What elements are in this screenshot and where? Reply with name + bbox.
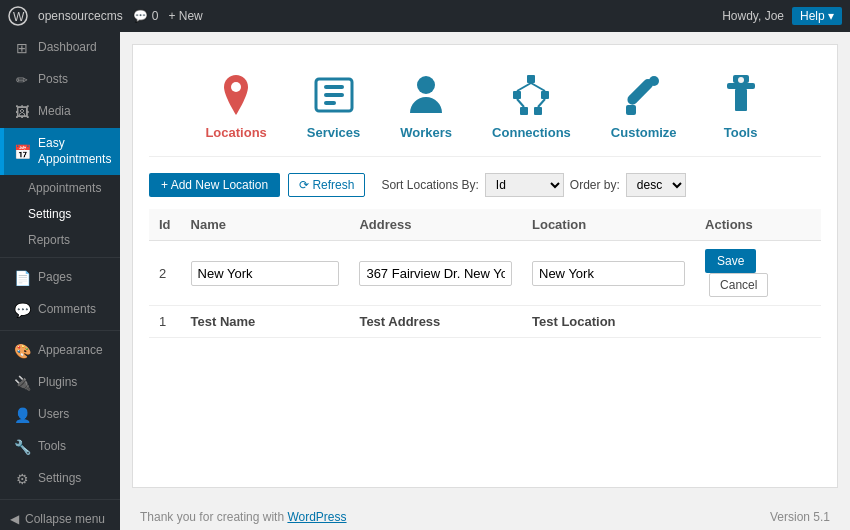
collapse-arrow-icon: ◀ — [10, 512, 19, 526]
user-greeting: Howdy, Joe — [722, 9, 784, 23]
svg-line-13 — [517, 83, 531, 91]
editing-row-address-cell — [349, 241, 522, 306]
services-icon — [310, 71, 358, 119]
col-header-address: Address — [349, 209, 522, 241]
easy-appointments-icon: 📅 — [14, 144, 30, 160]
comments-icon: 💬 — [14, 302, 30, 318]
sidebar-item-label: Dashboard — [38, 40, 97, 56]
editing-row-id: 2 — [149, 241, 181, 306]
svg-rect-6 — [324, 101, 336, 105]
nav-workers-label: Workers — [400, 125, 452, 140]
sidebar-item-comments[interactable]: 💬 Comments — [0, 294, 120, 326]
table-row[interactable]: 1 Test Name Test Address Test Location — [149, 306, 821, 338]
location-icon — [212, 71, 260, 119]
dashboard-icon: ⊞ — [14, 40, 30, 56]
svg-point-19 — [649, 76, 659, 86]
sidebar-item-easy-appointments[interactable]: 📅 Easy Appointments — [0, 128, 120, 175]
sidebar-item-posts[interactable]: ✏ Posts — [0, 64, 120, 96]
wordpress-link[interactable]: WordPress — [287, 510, 346, 524]
editing-row-name-cell — [181, 241, 350, 306]
appearance-icon: 🎨 — [14, 343, 30, 359]
add-new-location-button[interactable]: + Add New Location — [149, 173, 280, 197]
help-button[interactable]: Help ▾ — [792, 7, 842, 25]
editing-location-input[interactable] — [532, 261, 685, 286]
sidebar-item-settings[interactable]: ⚙ Settings — [0, 463, 120, 495]
nav-connections-label: Connections — [492, 125, 571, 140]
sidebar-item-media[interactable]: 🖼 Media — [0, 96, 120, 128]
svg-rect-22 — [735, 89, 747, 111]
wp-logo-icon[interactable]: W — [8, 6, 28, 26]
order-by-select[interactable]: desc asc — [626, 173, 686, 197]
svg-rect-21 — [727, 83, 755, 89]
order-by-label: Order by: — [570, 178, 620, 192]
svg-text:W: W — [13, 10, 25, 24]
nav-customize-label: Customize — [611, 125, 677, 140]
customize-icon — [620, 71, 668, 119]
nav-workers[interactable]: Workers — [400, 71, 452, 140]
svg-rect-11 — [520, 107, 528, 115]
sidebar-sub-reports[interactable]: Reports — [0, 227, 120, 253]
sidebar-item-label: Tools — [38, 439, 66, 455]
sidebar-item-plugins[interactable]: 🔌 Plugins — [0, 367, 120, 399]
nav-tools-label: Tools — [724, 125, 758, 140]
site-name[interactable]: opensourcecms — [38, 9, 123, 23]
col-header-id: Id — [149, 209, 181, 241]
sidebar-item-label: Pages — [38, 270, 72, 286]
plugin-wrap: Locations Services — [132, 44, 838, 488]
nav-locations[interactable]: Locations — [205, 71, 266, 140]
sidebar-item-label: Appearance — [38, 343, 103, 359]
sidebar-item-users[interactable]: 👤 Users — [0, 399, 120, 431]
sidebar-sub-settings[interactable]: Settings — [0, 201, 120, 227]
svg-point-23 — [738, 77, 744, 83]
settings-icon: ⚙ — [14, 471, 30, 487]
main-content: Locations Services — [120, 32, 850, 530]
editing-address-input[interactable] — [359, 261, 512, 286]
sidebar-item-label: Media — [38, 104, 71, 120]
collapse-menu-button[interactable]: ◀ Collapse menu — [0, 504, 120, 530]
new-content-link[interactable]: + New — [168, 9, 202, 23]
sidebar-item-label: Comments — [38, 302, 96, 318]
comment-bubble-icon: 💬 — [133, 9, 148, 23]
tools-icon: 🔧 — [14, 439, 30, 455]
table-header-row: Id Name Address Location Actions — [149, 209, 821, 241]
sort-by-select[interactable]: Id Name Address — [485, 173, 564, 197]
row-location: Test Location — [522, 306, 695, 338]
locations-table: Id Name Address Location Actions 2 — [149, 209, 821, 338]
page-footer: Thank you for creating with WordPress Ve… — [120, 500, 850, 530]
row-actions — [695, 306, 821, 338]
row-name: Test Name — [181, 306, 350, 338]
sidebar-item-label: Posts — [38, 72, 68, 88]
nav-connections[interactable]: Connections — [492, 71, 571, 140]
comments-link[interactable]: 💬 0 — [133, 9, 159, 23]
svg-point-2 — [231, 82, 241, 92]
posts-icon: ✏ — [14, 72, 30, 88]
users-icon: 👤 — [14, 407, 30, 423]
refresh-button[interactable]: ⟳ Refresh — [288, 173, 365, 197]
svg-point-7 — [417, 76, 435, 94]
editing-row-location-cell — [522, 241, 695, 306]
save-button[interactable]: Save — [705, 249, 756, 273]
svg-rect-4 — [324, 85, 344, 89]
sidebar-sub-appointments[interactable]: Appointments — [0, 175, 120, 201]
col-header-location: Location — [522, 209, 695, 241]
sort-section: Sort Locations By: Id Name Address Order… — [381, 173, 685, 197]
editing-row-actions-cell: Save Cancel — [695, 241, 821, 306]
col-header-actions: Actions — [695, 209, 821, 241]
nav-customize[interactable]: Customize — [611, 71, 677, 140]
svg-rect-12 — [534, 107, 542, 115]
nav-tools[interactable]: Tools — [717, 71, 765, 140]
svg-rect-8 — [527, 75, 535, 83]
sidebar-item-label: Users — [38, 407, 69, 423]
nav-locations-label: Locations — [205, 125, 266, 140]
sidebar-item-dashboard[interactable]: ⊞ Dashboard — [0, 32, 120, 64]
sidebar-item-pages[interactable]: 📄 Pages — [0, 262, 120, 294]
row-id: 1 — [149, 306, 181, 338]
sidebar: ⊞ Dashboard ✏ Posts 🖼 Media 📅 Easy Appoi… — [0, 32, 120, 530]
nav-services[interactable]: Services — [307, 71, 361, 140]
sidebar-item-tools[interactable]: 🔧 Tools — [0, 431, 120, 463]
cancel-button[interactable]: Cancel — [709, 273, 768, 297]
sidebar-item-appearance[interactable]: 🎨 Appearance — [0, 335, 120, 367]
sidebar-item-label: Plugins — [38, 375, 77, 391]
editing-name-input[interactable] — [191, 261, 340, 286]
nav-services-label: Services — [307, 125, 361, 140]
